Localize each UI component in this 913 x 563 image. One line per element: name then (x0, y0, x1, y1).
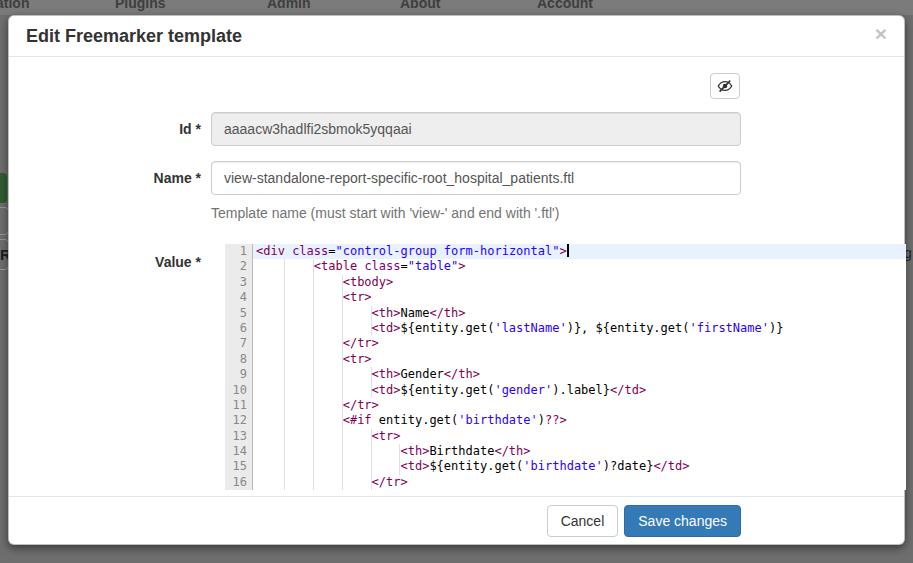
edit-freemarker-template-dialog: Edit Freemarker template × Id * Name * T… (8, 15, 905, 545)
backdrop-nav-item: About (400, 0, 440, 11)
name-help-text: Template name (must start with 'view-' a… (211, 205, 559, 221)
backdrop-nav-item: Plugins (115, 0, 166, 11)
backdrop-nav-item: Admin (267, 0, 311, 11)
close-icon[interactable]: × (875, 23, 887, 44)
backdrop-green-button-fragment (0, 173, 7, 203)
backdrop-nav-item: Account (537, 0, 593, 11)
modal-footer: Cancel Save changes (9, 496, 904, 544)
save-changes-button[interactable]: Save changes (624, 505, 741, 537)
template-code-editor[interactable]: 12345678910111213141516 <div class="cont… (225, 244, 906, 490)
name-label: Name * (17, 170, 201, 186)
value-label: Value * (17, 254, 201, 270)
id-label: Id * (17, 121, 201, 137)
toggle-preview-button[interactable] (710, 73, 740, 99)
name-field[interactable] (211, 161, 741, 195)
backdrop-nav-item: ation (0, 0, 29, 11)
eye-slash-icon (717, 78, 733, 94)
id-field[interactable] (211, 112, 741, 146)
cancel-button[interactable]: Cancel (547, 505, 619, 537)
modal-header: Edit Freemarker template × (9, 16, 904, 57)
editor-code[interactable]: <div class="control-group form-horizonta… (253, 244, 906, 490)
modal-title: Edit Freemarker template (26, 26, 242, 47)
editor-gutter: 12345678910111213141516 (225, 244, 253, 490)
backdrop-navbar: ation Plugins Admin About Account (0, 0, 913, 15)
